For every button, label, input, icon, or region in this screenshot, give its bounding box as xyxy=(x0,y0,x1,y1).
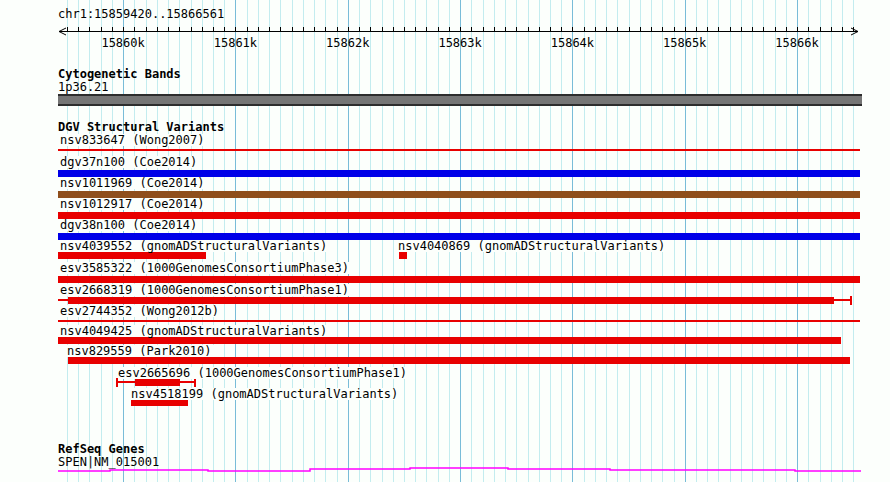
gene-label: SPEN|NM_015001 xyxy=(58,455,159,469)
variant-label-esv2665696[interactable]: esv2665696 (1000GenomesConsortiumPhase1) xyxy=(118,367,409,379)
variant-label-nsv4039552[interactable]: nsv4039552 (gnomADStructuralVariants) xyxy=(60,240,329,252)
variant-label-nsv4040869[interactable]: nsv4040869 (gnomADStructuralVariants) xyxy=(398,240,667,252)
cytoband-label: 1p36.21 xyxy=(58,80,109,94)
variant-label-nsv4049425[interactable]: nsv4049425 (gnomADStructuralVariants) xyxy=(60,325,329,337)
region-label: chr1:15859420..15866561 xyxy=(58,7,224,21)
variant-label-nsv4518199[interactable]: nsv4518199 (gnomADStructuralVariants) xyxy=(131,388,400,400)
variant-label-esv3585322[interactable]: esv3585322 (1000GenomesConsortiumPhase3) xyxy=(60,262,351,274)
variant-label-nsv1012917[interactable]: nsv1012917 (Coe2014) xyxy=(60,198,207,210)
variant-label-nsv833647[interactable]: nsv833647 (Wong2007) xyxy=(60,134,207,146)
refseq-genes-title: RefSeq Genes xyxy=(58,442,145,456)
variant-label-nsv829559[interactable]: nsv829559 (Park2010) xyxy=(67,345,214,357)
variant-label-nsv1011969[interactable]: nsv1011969 (Coe2014) xyxy=(60,177,207,189)
variant-label-esv2668319[interactable]: esv2668319 (1000GenomesConsortiumPhase1) xyxy=(60,284,351,296)
variant-label-dgv37n100[interactable]: dgv37n100 (Coe2014) xyxy=(60,156,199,168)
genome-browser: chr1:15859420..15866561 15860k15861k1586… xyxy=(0,0,890,482)
variant-label-esv2744352[interactable]: esv2744352 (Wong2012b) xyxy=(60,305,221,317)
dgv-structural-variants-title: DGV Structural Variants xyxy=(58,120,224,134)
gene-line[interactable] xyxy=(58,468,861,471)
cytogenetic-bands-title: Cytogenetic Bands xyxy=(58,67,181,81)
variant-label-dgv38n100[interactable]: dgv38n100 (Coe2014) xyxy=(60,219,199,231)
